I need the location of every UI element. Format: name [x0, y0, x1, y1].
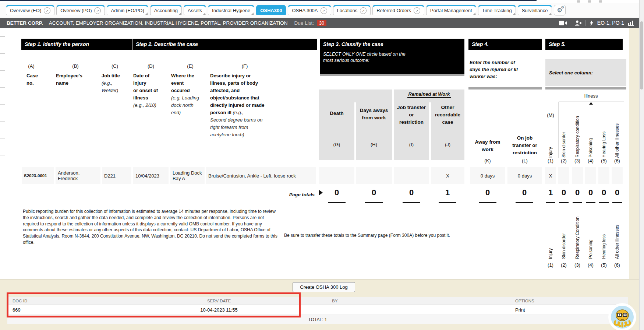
- scrollbar-thumb[interactable]: [640, 21, 643, 89]
- video-camera-icon[interactable]: [559, 20, 567, 26]
- row-col-i[interactable]: [394, 167, 429, 184]
- tab-referred-orders[interactable]: Referred Orders ↗: [372, 5, 424, 15]
- open-in-new-icon[interactable]: ↗: [414, 7, 420, 14]
- tab-industrial-hygiene[interactable]: Industrial Hygiene: [208, 5, 254, 15]
- step5-underbar: [545, 87, 626, 89]
- step5-note-panel: Select one column:: [545, 59, 626, 86]
- tab-admin-eo-po[interactable]: Admin (EO/PO): [107, 5, 148, 15]
- col-letter-e: (E): [181, 63, 199, 69]
- row-col-m3[interactable]: [572, 167, 583, 184]
- total-underline: [479, 202, 496, 203]
- row-date[interactable]: 10/04/2023: [133, 167, 169, 184]
- remained-at-work-label: Remained at Work: [394, 91, 464, 97]
- col-letter-b: (B): [64, 63, 86, 69]
- col-g-header: Death: [319, 110, 354, 117]
- row-col-h[interactable]: [356, 167, 392, 184]
- total-underline: [546, 202, 555, 203]
- total-m1: 1: [545, 188, 556, 197]
- total-i: 0: [399, 188, 424, 197]
- row-case-no[interactable]: S2023-0001: [22, 167, 54, 184]
- tab-label: OSHA 300A: [292, 8, 318, 13]
- tab-overview-eo[interactable]: Overview (EO) ↗: [6, 5, 54, 15]
- step1-header: Step 1. Identify the person: [21, 39, 132, 50]
- row-col-k[interactable]: 0 days: [470, 167, 505, 184]
- total-m6: 0: [611, 188, 623, 197]
- browser-chrome-strip: [0, 0, 644, 3]
- col-k-letter: (K): [469, 158, 506, 164]
- submenu-corner-icon: [203, 13, 205, 15]
- due-list-badge[interactable]: 30: [317, 20, 326, 26]
- mascot-avatar[interactable]: [608, 303, 637, 330]
- submenu-corner-icon: [179, 13, 181, 15]
- options-header: OPTIONS: [515, 297, 534, 305]
- submenu-corner-icon: [513, 13, 515, 15]
- illness-number-6: (6): [612, 158, 623, 164]
- left-ruler-tick: [0, 36, 5, 37]
- row-col-m4[interactable]: [585, 167, 596, 184]
- tab-locations[interactable]: Locations ↗: [333, 5, 371, 15]
- step4-underbar: [468, 87, 542, 89]
- row-col-j[interactable]: X: [431, 167, 464, 184]
- row-where[interactable]: Loading Dock Bay A: [170, 167, 205, 184]
- row-col-g[interactable]: [319, 167, 354, 184]
- col-h-letter: (H): [356, 142, 392, 147]
- illness-col-poisoning: Poisoning: [587, 138, 594, 158]
- illness-number-1: (1): [545, 158, 556, 164]
- bar-chart-icon[interactable]: [628, 20, 634, 26]
- tab-time-tracking[interactable]: Time Tracking: [478, 5, 516, 15]
- total-g: 0: [324, 188, 350, 197]
- row-col-m6[interactable]: [612, 167, 623, 184]
- col-letter-d: (D): [142, 63, 160, 69]
- row-col-m2[interactable]: [558, 167, 569, 184]
- row-employee-name[interactable]: Anderson, Frederick: [56, 167, 100, 184]
- total-j: 1: [435, 188, 460, 197]
- add-user-icon[interactable]: [575, 20, 582, 26]
- step5-header: Step 5.: [545, 39, 623, 50]
- col-l-header: On job transfer or restriction: [507, 134, 542, 157]
- step4-note: Enter the number of days the injured or …: [470, 59, 538, 80]
- print-link[interactable]: Print: [515, 305, 525, 315]
- lightning-icon[interactable]: [590, 20, 594, 26]
- row-description[interactable]: Bruise/Contusion, Ankle - Left, loose ro…: [206, 167, 316, 184]
- tab-label: Overview (PO): [60, 8, 92, 13]
- module-tab-bar: Overview (EO) ↗ Overview (PO) ↗ Admin (E…: [0, 3, 639, 18]
- browser-extension-icon: [577, 0, 580, 3]
- row-col-m1[interactable]: X: [545, 167, 556, 184]
- open-in-new-icon[interactable]: ↗: [360, 7, 367, 14]
- settings-button[interactable]: ⚙ ⚙: [554, 5, 566, 15]
- illness-caret-icon: [589, 102, 593, 105]
- row-col-l[interactable]: 0 days: [507, 167, 542, 184]
- row-job-title[interactable]: D221: [102, 167, 131, 184]
- tab-portal-management[interactable]: Portal Management: [426, 5, 476, 15]
- col-m-letter: (M): [544, 112, 557, 118]
- divider: [571, 20, 571, 26]
- tab-osha-300a[interactable]: OSHA 300A ↗: [288, 5, 331, 15]
- serv-date-header: SERV DATE: [164, 297, 274, 305]
- row-col-m5[interactable]: [598, 167, 609, 184]
- open-in-new-icon[interactable]: ↗: [94, 7, 101, 14]
- illness-bottom-number-3: (3): [572, 262, 583, 268]
- doc-table-row[interactable]: 669 10-04-2023 11:55 Print: [7, 305, 628, 315]
- open-in-new-icon[interactable]: ↗: [44, 7, 50, 14]
- submenu-corner-icon: [549, 13, 551, 15]
- illness-number-4: (4): [585, 158, 596, 164]
- transfer-note: Be sure to transfer these totals to the …: [284, 233, 450, 238]
- left-ruler-tick: [0, 155, 5, 155]
- page-totals-arrow-icon: [319, 190, 323, 196]
- col-e-header: Where the event occured (e.g, Loading do…: [171, 72, 212, 116]
- tab-surveillance[interactable]: Surveillance: [518, 5, 552, 15]
- illness-title: Illness: [559, 93, 623, 99]
- tab-accounting[interactable]: Accounting: [150, 5, 182, 15]
- illness-bottom-respiratory: Respiratory Condition: [574, 217, 581, 259]
- total-underline: [365, 202, 383, 203]
- tab-osha300[interactable]: OSHA300: [256, 5, 286, 15]
- browser-extension-icon: [599, 0, 602, 3]
- create-osha300-log-button[interactable]: Create OSHA 300 Log: [293, 282, 355, 292]
- tab-label: OSHA300: [260, 8, 282, 13]
- tab-overview-po[interactable]: Overview (PO) ↗: [56, 5, 105, 15]
- step3-note: SELECT ONLY ONE circle based on the most…: [323, 51, 464, 64]
- org-badges: EO-1, PO-1: [597, 20, 624, 26]
- tab-assets[interactable]: Assets: [184, 5, 206, 15]
- illness-bottom-number-5: (5): [598, 262, 609, 268]
- open-in-new-icon[interactable]: ↗: [321, 7, 327, 14]
